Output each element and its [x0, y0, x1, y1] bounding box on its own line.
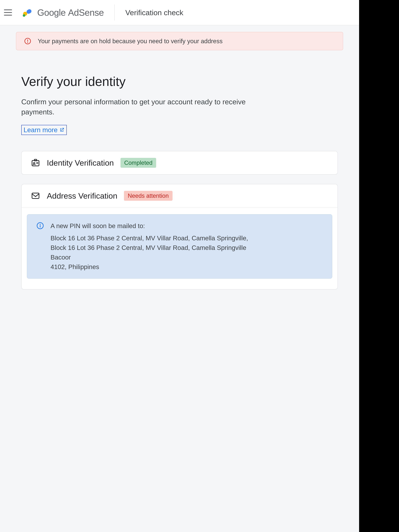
address-postal-country: 4102, Philippines	[51, 262, 248, 272]
product-name: Google AdSense	[37, 7, 104, 18]
svg-point-13	[40, 224, 41, 225]
svg-rect-11	[32, 193, 39, 199]
header-divider	[114, 5, 115, 20]
app-screen: Google AdSense Verification check Your p…	[0, 0, 359, 532]
mail-icon	[31, 191, 40, 200]
app-header: Google AdSense Verification check	[0, 0, 359, 25]
identity-card-title: Identity Verification	[47, 158, 114, 167]
pin-info-lead: A new PIN will soon be mailed to:	[51, 221, 248, 231]
page-breadcrumb: Verification check	[125, 8, 183, 17]
alert-text: Your payments are on hold because you ne…	[38, 38, 222, 45]
address-card-header: Address Verification Needs attention	[22, 184, 338, 208]
svg-rect-14	[40, 225, 41, 228]
svg-rect-4	[27, 39, 28, 42]
main-content: Verify your identity Confirm your person…	[0, 50, 359, 290]
pin-mailing-body: A new PIN will soon be mailed to: Block …	[51, 221, 248, 272]
page-title: Verify your identity	[21, 74, 338, 89]
address-line-1: Block 16 Lot 36 Phase 2 Central, MV Vill…	[51, 234, 248, 243]
identity-card-header: Identity Verification Completed	[22, 151, 338, 174]
pin-mailing-info: A new PIN will soon be mailed to: Block …	[27, 214, 332, 279]
address-city: Bacoor	[51, 253, 248, 262]
alert-banner: Your payments are on hold because you ne…	[16, 32, 343, 50]
address-status-badge: Needs attention	[124, 191, 172, 201]
svg-point-2	[23, 14, 25, 17]
learn-more-link[interactable]: Learn more	[21, 125, 67, 135]
identity-verification-card[interactable]: Identity Verification Completed	[21, 151, 338, 175]
id-badge-icon	[31, 158, 40, 167]
alert-error-icon	[24, 38, 31, 44]
address-verification-card[interactable]: Address Verification Needs attention A n…	[21, 184, 338, 290]
page-subtitle: Confirm your personal information to get…	[21, 97, 247, 117]
menu-button[interactable]	[4, 7, 15, 18]
svg-point-8	[33, 162, 35, 164]
product-name-adsense: AdSense	[68, 7, 104, 18]
info-icon	[37, 222, 44, 229]
svg-rect-7	[34, 159, 37, 161]
adsense-logo-icon	[21, 6, 33, 19]
product-name-google: Google	[37, 7, 66, 18]
identity-status-badge: Completed	[120, 158, 156, 168]
product-logo[interactable]: Google AdSense	[21, 6, 104, 19]
external-link-icon	[59, 127, 64, 133]
learn-more-label: Learn more	[24, 126, 57, 134]
svg-point-5	[27, 42, 28, 43]
address-card-title: Address Verification	[47, 191, 117, 200]
address-line-2: Block 16 Lot 36 Phase 2 Central, MV Vill…	[51, 243, 248, 253]
